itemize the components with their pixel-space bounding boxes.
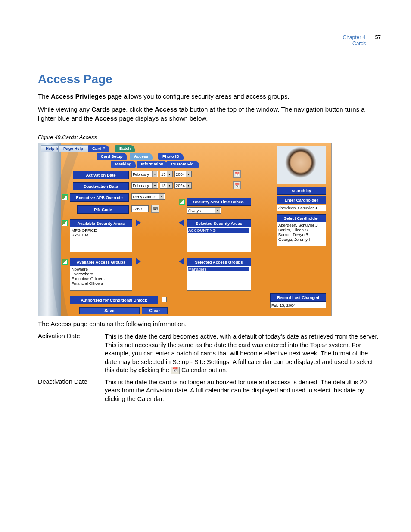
- tab-information[interactable]: Information: [137, 161, 168, 168]
- select-activation-year[interactable]: 2004: [174, 171, 192, 177]
- figure-caption: Figure 49.Cards: Access: [38, 134, 381, 140]
- left-steel-bar: [38, 143, 61, 316]
- select-deactivation-day[interactable]: 13: [160, 182, 173, 189]
- list-available-groups[interactable]: Nowhere Everywhere Executive Officers Fi…: [70, 266, 132, 291]
- input-pin-code[interactable]: 7269: [131, 205, 149, 212]
- clear-button[interactable]: Clear: [142, 307, 168, 314]
- flag-icon: [62, 220, 68, 226]
- select-deactivation-month[interactable]: February: [131, 182, 158, 189]
- tab-batch[interactable]: Batch: [115, 145, 135, 152]
- page-number: 57: [371, 34, 381, 40]
- arrow-right-icon[interactable]: [136, 219, 141, 226]
- divider: [38, 131, 381, 131]
- list-item[interactable]: Managers: [188, 267, 249, 271]
- definition-desc: This is the date the card is no longer a…: [105, 378, 381, 404]
- page-help-button[interactable]: Page Help: [58, 145, 88, 152]
- list-item[interactable]: George, Jeremy I: [278, 237, 324, 242]
- section-label: Cards: [38, 40, 366, 47]
- label-apb-override: Executive APB Override: [70, 193, 129, 202]
- label-search-by[interactable]: Search by: [277, 187, 326, 195]
- label-deactivation-date: Deactivation Date: [73, 182, 129, 190]
- label-area-time-sched: Security Area Time Sched.: [187, 198, 251, 206]
- label-select-cardholder: Select Cardholder: [277, 214, 326, 222]
- list-item[interactable]: MFG OFFICE: [72, 228, 131, 233]
- definition-row: Activation Date This is the date the car…: [38, 333, 381, 375]
- label-enter-cardholder: Enter Cardholder: [277, 196, 326, 204]
- screenshot-access-page: Help Index Page Help Card # Batch Card S…: [38, 143, 332, 316]
- chapter-label: Chapter 4: [343, 34, 366, 40]
- tab-card-number[interactable]: Card #: [88, 145, 109, 152]
- arrow-right-icon[interactable]: [136, 258, 141, 265]
- list-available-areas[interactable]: MFG OFFICE SYSTEM: [70, 227, 132, 252]
- list-item[interactable]: Everywhere: [72, 271, 131, 276]
- tab-card-setup[interactable]: Card Setup: [97, 153, 127, 160]
- list-cardholders[interactable]: Aberdeen, Schuyler J Barker, Eileen S. B…: [277, 222, 326, 246]
- list-item[interactable]: Barker, Eileen S.: [278, 227, 324, 232]
- label-selected-areas: Selected Security Areas: [187, 219, 251, 227]
- list-item[interactable]: SYSTEM: [72, 233, 131, 237]
- keypad-icon[interactable]: ⌨: [151, 205, 159, 213]
- calendar-icon[interactable]: 📅: [233, 181, 241, 189]
- calendar-icon[interactable]: 📅: [233, 170, 241, 178]
- label-activation-date: Activation Date: [73, 171, 129, 179]
- list-selected-areas[interactable]: ACCOUNTING: [187, 227, 251, 252]
- label-conditional-unlock: Authorized for Conditional Unlock: [70, 296, 158, 304]
- page-header: Chapter 4 57 Cards: [38, 34, 381, 47]
- list-selected-groups[interactable]: Managers: [187, 266, 251, 291]
- calendar-icon: [171, 367, 180, 374]
- list-item[interactable]: Barron, Devyn R.: [278, 232, 324, 237]
- intro-paragraph-2: While viewing any Cards page, click the …: [38, 105, 381, 123]
- label-available-areas: Available Security Areas: [70, 219, 132, 227]
- list-item[interactable]: Executive Officers: [72, 276, 131, 281]
- flag-icon: [62, 194, 68, 200]
- definition-term: Deactivation Date: [38, 378, 105, 404]
- after-figure-text: The Access page contains the following i…: [38, 320, 381, 328]
- select-area-time-sched[interactable]: Always: [187, 207, 221, 214]
- arrow-left-icon[interactable]: [179, 219, 184, 226]
- tab-photo-id[interactable]: Photo ID: [158, 153, 184, 160]
- list-item[interactable]: Financial Officers: [72, 281, 131, 286]
- select-deactivation-year[interactable]: 2024: [174, 182, 192, 189]
- definition-term: Activation Date: [38, 333, 105, 375]
- tab-custom-fld[interactable]: Custom Fld.: [167, 161, 199, 168]
- checkbox-conditional-unlock[interactable]: [162, 297, 167, 302]
- list-item[interactable]: Aberdeen, Schuyler J: [278, 223, 324, 227]
- select-activation-day[interactable]: 13: [160, 171, 173, 177]
- flag-icon: [179, 199, 185, 205]
- label-selected-groups: Selected Access Groups: [187, 258, 251, 266]
- label-pin-code: PIN Code: [77, 205, 129, 214]
- select-apb-override[interactable]: Deny Access: [131, 193, 165, 200]
- tab-access[interactable]: Access: [130, 153, 153, 160]
- save-button[interactable]: Save: [79, 307, 140, 314]
- select-activation-month[interactable]: February: [131, 171, 158, 177]
- label-available-groups: Available Access Groups: [70, 258, 132, 266]
- cardholder-photo: [277, 146, 326, 184]
- flag-icon: [62, 259, 68, 265]
- tab-masking[interactable]: Masking: [111, 161, 136, 168]
- intro-paragraph-1: The Access Privileges page allows you to…: [38, 92, 381, 101]
- page-title: Access Page: [38, 72, 381, 86]
- value-record-last-changed: Feb 13, 2004: [270, 302, 326, 308]
- definition-row: Deactivation Date This is the date the c…: [38, 378, 381, 404]
- arrow-left-icon[interactable]: [179, 258, 184, 265]
- label-record-last-changed: Record Last Changed: [270, 293, 326, 302]
- definition-desc: This is the date the card becomes active…: [105, 333, 381, 375]
- input-enter-cardholder[interactable]: Aberdeen, Schuyler J: [277, 205, 326, 211]
- definition-list: Activation Date This is the date the car…: [38, 333, 381, 404]
- list-item[interactable]: Nowhere: [72, 267, 131, 271]
- list-item[interactable]: ACCOUNTING: [188, 228, 249, 233]
